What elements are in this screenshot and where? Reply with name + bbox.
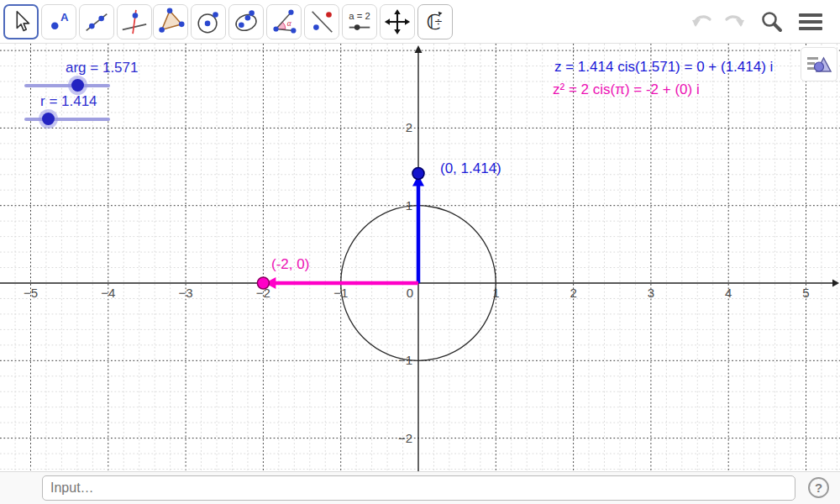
tool-move[interactable] (3, 4, 39, 39)
slider-arg-label: arg = 1.571 (66, 60, 139, 76)
move-cursor-icon (7, 8, 35, 36)
line-icon (82, 8, 111, 36)
svg-text:α: α (287, 19, 292, 28)
point-label-z-squared: (-2, 0) (271, 256, 309, 273)
stylebar-icon (806, 53, 832, 76)
tool-move-graphics-view[interactable] (380, 4, 415, 39)
slider-r-handle[interactable] (42, 113, 55, 125)
vector-z[interactable] (412, 175, 424, 283)
slider-arg-handle[interactable] (71, 79, 84, 92)
point-label-z: (0, 1.414) (440, 160, 501, 177)
algebra-input[interactable] (42, 475, 795, 501)
search-icon (759, 9, 785, 34)
tool-circle-center-point[interactable] (191, 4, 226, 39)
menu-button[interactable] (796, 8, 825, 35)
perpendicular-line-icon (120, 8, 149, 36)
tool-ellipse[interactable] (228, 4, 264, 39)
svg-text:3: 3 (648, 286, 654, 300)
svg-text:−5: −5 (24, 286, 38, 300)
redo-icon (721, 11, 746, 33)
circle-icon (194, 8, 223, 36)
slider-r-label: r = 1.414 (40, 93, 97, 110)
input-bar: ? (0, 471, 840, 504)
hamburger-menu-icon (797, 11, 824, 33)
svg-text:−4: −4 (101, 286, 115, 300)
svg-text:−2: −2 (398, 431, 412, 445)
svg-text:−3: −3 (179, 286, 193, 300)
graphics-stylebar-button[interactable] (801, 47, 837, 81)
undo-button[interactable] (689, 8, 717, 35)
undo-icon (690, 11, 716, 33)
svg-text:÷: ÷ (434, 16, 443, 28)
redo-button[interactable] (719, 8, 748, 35)
expression-z[interactable]: z = 1.414 cis(1.571) = 0 + (1.414) i (554, 59, 773, 76)
tool-slider[interactable]: a = 2 (342, 4, 377, 39)
angle-icon: α (270, 8, 298, 36)
help-icon: ? (815, 480, 822, 495)
ellipse-icon (232, 8, 260, 36)
svg-text:A: A (60, 11, 69, 24)
move-view-icon (383, 8, 412, 36)
slider-tool-label: a = 2 (349, 11, 370, 21)
complex-division-icon: ℂ ÷ (421, 8, 449, 36)
polygon-icon (156, 8, 185, 36)
geogebra-window: −5−4−3−2−101234521−1−2 z = 1.414 cis(1.5… (0, 0, 840, 504)
help-button[interactable]: ? (808, 477, 829, 498)
tool-angle[interactable]: α (266, 4, 302, 39)
reflect-icon (307, 8, 336, 36)
svg-text:2: 2 (570, 286, 576, 300)
svg-text:0: 0 (407, 286, 413, 300)
slider-arg-track[interactable] (24, 84, 110, 87)
point-z[interactable] (412, 167, 424, 179)
tool-complex-division[interactable]: ℂ ÷ (417, 4, 453, 39)
tool-line[interactable] (79, 4, 114, 39)
tool-polygon[interactable] (153, 4, 188, 39)
svg-text:4: 4 (725, 286, 732, 300)
expression-z-squared[interactable]: z² = 2 cis(π) = -2 + (0) i (553, 81, 700, 98)
tool-reflect-about-line[interactable] (304, 4, 339, 39)
svg-text:1: 1 (406, 198, 412, 213)
toolbar: A (0, 0, 840, 44)
point-z-squared[interactable] (257, 277, 269, 289)
slider-tool-icon: a = 2 (345, 8, 374, 36)
svg-text:2: 2 (406, 120, 412, 134)
tool-point[interactable]: A (41, 4, 76, 39)
search-button[interactable] (758, 8, 786, 35)
tool-perpendicular-line[interactable] (117, 4, 152, 39)
point-icon: A (45, 8, 73, 36)
slider-r-track[interactable] (24, 118, 110, 121)
svg-text:5: 5 (802, 286, 809, 300)
